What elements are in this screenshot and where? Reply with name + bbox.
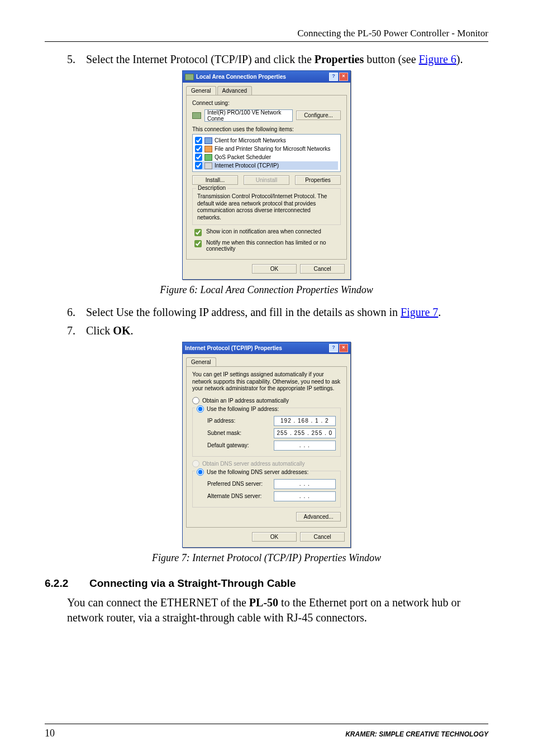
text: . — [438, 306, 441, 318]
ok-button[interactable]: OK — [252, 264, 297, 274]
step-5-text: Select the Internet Protocol (TCP/IP) an… — [86, 52, 488, 67]
list-item-selected: Internet Protocol (TCP/IP) — [195, 161, 338, 170]
printer-icon — [204, 146, 212, 152]
text: Click — [86, 324, 113, 337]
figure-7-link[interactable]: Figure 7 — [401, 306, 438, 318]
ip-address-label: IP address: — [207, 418, 274, 424]
obtain-dns-auto-radio — [192, 460, 199, 467]
tab-advanced[interactable]: Advanced — [217, 86, 252, 95]
scheduler-icon — [204, 154, 212, 161]
use-following-dns-radio[interactable] — [197, 468, 204, 476]
tab-general[interactable]: General — [186, 86, 216, 95]
preferred-dns-field[interactable]: . . . — [274, 479, 336, 489]
figure-6-caption: Figure 6: Local Area Connection Properti… — [45, 284, 488, 296]
titlebar: Internet Protocol (TCP/IP) Properties ? … — [183, 342, 350, 354]
notify-checkbox[interactable] — [194, 240, 202, 247]
default-gateway-field[interactable]: . . . — [274, 441, 336, 451]
step-number: 5. — [67, 52, 86, 67]
dialog-title: Internet Protocol (TCP/IP) Properties — [185, 345, 282, 351]
help-button[interactable]: ? — [329, 344, 338, 352]
local-area-connection-dialog: Local Area Connection Properties ? × Gen… — [182, 70, 351, 280]
radio-label: Obtain an IP address automatically — [202, 398, 289, 404]
uninstall-button: Uninstall — [244, 175, 289, 185]
text: button (see — [364, 53, 418, 65]
figure-6-link[interactable]: Figure 6 — [419, 53, 456, 65]
list-item: Client for Microsoft Networks — [195, 136, 338, 145]
close-button[interactable]: × — [339, 73, 348, 81]
network-icon — [204, 162, 212, 169]
item-checkbox[interactable] — [195, 145, 202, 152]
item-checkbox[interactable] — [195, 154, 202, 161]
subnet-mask-label: Subnet mask: — [207, 430, 274, 436]
install-button[interactable]: Install... — [192, 175, 238, 185]
section-paragraph: You can connect the ETHERNET of the PL-5… — [67, 595, 488, 625]
running-header: Connecting the PL-50 Power Controller - … — [45, 28, 488, 42]
adapter-field: Intel(R) PRO/100 VE Network Conne — [204, 109, 293, 122]
section-title: Connecting via a Straight-Through Cable — [89, 577, 296, 590]
tcpip-properties-dialog: Internet Protocol (TCP/IP) Properties ? … — [182, 342, 351, 548]
text: You can connect the ETHERNET of the — [67, 596, 249, 609]
radio-label: Use the following IP address: — [207, 406, 279, 412]
figure-7-caption: Figure 7: Internet Protocol (TCP/IP) Pro… — [45, 552, 488, 564]
item-label: QoS Packet Scheduler — [215, 154, 271, 160]
text-bold: OK — [113, 324, 130, 337]
close-button[interactable]: × — [339, 344, 348, 352]
text-bold: PL-50 — [249, 596, 278, 609]
step-7-text: Click OK. — [86, 323, 488, 338]
text: Select the Internet Protocol (TCP/IP) an… — [86, 53, 315, 65]
items-listbox[interactable]: Client for Microsoft Networks File and P… — [192, 134, 341, 172]
text: . — [130, 324, 133, 337]
text: Select Use the following IP address, and… — [86, 306, 401, 318]
nic-icon — [185, 74, 194, 80]
radio-label: Use the following DNS server addresses: — [207, 469, 308, 475]
text: ). — [456, 53, 463, 65]
use-following-ip-radio[interactable] — [197, 405, 204, 413]
page-number: 10 — [45, 728, 55, 739]
ok-button[interactable]: OK — [252, 532, 297, 542]
titlebar: Local Area Connection Properties ? × — [183, 71, 350, 83]
subnet-mask-field[interactable]: 255 . 255 . 255 . 0 — [274, 428, 336, 438]
configure-button[interactable]: Configure... — [296, 111, 341, 120]
tab-general[interactable]: General — [186, 357, 216, 366]
list-item: QoS Packet Scheduler — [195, 153, 338, 161]
cancel-button[interactable]: Cancel — [300, 264, 345, 274]
uses-items-label: This connection uses the following items… — [192, 126, 341, 133]
description-legend: Description — [196, 185, 227, 191]
description-group: Description Transmission Control Protoco… — [192, 188, 341, 225]
item-label: File and Printer Sharing for Microsoft N… — [215, 146, 330, 152]
footer-brand: KRAMER: SIMPLE CREATIVE TECHNOLOGY — [345, 730, 488, 738]
preferred-dns-label: Preferred DNS server: — [207, 481, 274, 487]
radio-label: Obtain DNS server address automatically — [202, 461, 304, 467]
text-bold: Properties — [315, 53, 364, 65]
item-label: Internet Protocol (TCP/IP) — [215, 162, 279, 169]
show-icon-checkbox[interactable] — [194, 229, 202, 236]
item-checkbox[interactable] — [195, 137, 202, 144]
notify-label: Notify me when this connection has limit… — [206, 240, 341, 252]
step-number: 6. — [67, 305, 86, 320]
show-icon-label: Show icon in notification area when conn… — [206, 228, 321, 235]
cancel-button[interactable]: Cancel — [300, 532, 345, 542]
connect-using-label: Connect using: — [192, 100, 341, 107]
help-button[interactable]: ? — [329, 73, 338, 81]
alternate-dns-label: Alternate DNS server: — [207, 493, 274, 499]
item-label: Client for Microsoft Networks — [215, 137, 286, 143]
list-item: File and Printer Sharing for Microsoft N… — [195, 145, 338, 153]
item-checkbox[interactable] — [195, 162, 202, 169]
alternate-dns-field[interactable]: . . . — [274, 491, 336, 501]
step-number: 7. — [67, 323, 86, 338]
intro-text: You can get IP settings assigned automat… — [192, 371, 341, 393]
description-text: Transmission Control Protocol/Internet P… — [197, 193, 336, 221]
obtain-ip-auto-radio[interactable] — [192, 397, 199, 404]
client-icon — [204, 137, 212, 144]
default-gateway-label: Default gateway: — [207, 442, 274, 448]
step-6-text: Select Use the following IP address, and… — [86, 305, 488, 320]
dialog-title: Local Area Connection Properties — [196, 74, 286, 80]
adapter-icon — [192, 112, 201, 119]
advanced-button[interactable]: Advanced... — [296, 512, 341, 521]
ip-address-field[interactable]: 192 . 168 . 1 . 2 — [274, 416, 336, 426]
properties-button[interactable]: Properties — [295, 175, 341, 185]
section-number: 6.2.2 — [45, 577, 89, 590]
